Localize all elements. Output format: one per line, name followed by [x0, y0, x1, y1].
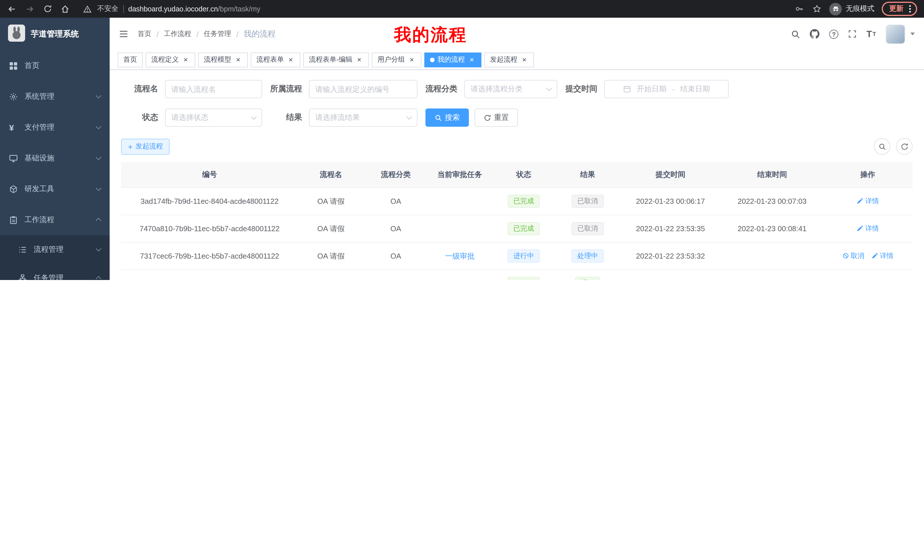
- clipboard-icon: [9, 216, 18, 224]
- result-tag: 已取消: [572, 222, 604, 235]
- close-icon[interactable]: [468, 55, 476, 64]
- refresh-table-button[interactable]: [896, 138, 913, 155]
- header-actions: 操作: [823, 162, 913, 187]
- cell-end-time: 2022-01-23 00:08:41: [721, 215, 823, 242]
- category-select[interactable]: 请选择流程分类: [464, 80, 557, 98]
- cell-actions: 取消 详情: [823, 242, 913, 270]
- sidebar-item-process-mgmt[interactable]: 流程管理: [0, 235, 110, 264]
- github-icon[interactable]: [810, 29, 819, 39]
- back-icon[interactable]: [7, 4, 17, 14]
- view-tab[interactable]: 流程定义: [146, 52, 195, 67]
- detail-action[interactable]: 详情: [856, 279, 879, 280]
- category-label: 流程分类: [426, 84, 458, 94]
- header-result: 结果: [556, 162, 620, 187]
- avatar[interactable]: [886, 24, 905, 44]
- address-bar[interactable]: 不安全 dashboard.yudao.iocoder.cn/bpm/task/…: [82, 4, 260, 14]
- process-name-label: 流程名: [121, 84, 158, 94]
- bookmark-star-icon[interactable]: [812, 4, 822, 14]
- sidebar-item-task-mgmt[interactable]: 任务管理: [0, 264, 110, 280]
- view-tab[interactable]: 用户分组: [372, 52, 422, 67]
- breadcrumb-workflow[interactable]: 工作流程: [164, 29, 191, 39]
- submit-time-range-picker[interactable]: 开始日期 - 结束日期: [604, 80, 729, 98]
- date-range-separator: -: [672, 85, 675, 93]
- breadcrumb-home[interactable]: 首页: [138, 29, 152, 39]
- active-dot: [430, 57, 435, 62]
- chevron-down-icon: [96, 188, 100, 190]
- close-icon[interactable]: [234, 55, 242, 64]
- task-link[interactable]: 一级审批: [445, 251, 475, 261]
- cell-id: 7470a810-7b9b-11ec-b5b7-acde48001122: [121, 215, 298, 242]
- help-icon[interactable]: [829, 29, 838, 39]
- view-tab[interactable]: 流程表单: [251, 52, 300, 67]
- incognito-badge: 无痕模式: [829, 3, 874, 15]
- sidebar-item-devtools[interactable]: 研发工具: [0, 174, 110, 204]
- menu-collapse-icon[interactable]: [119, 29, 129, 39]
- plus-icon: [128, 142, 132, 151]
- close-icon[interactable]: [286, 55, 295, 64]
- breadcrumb-task-mgmt[interactable]: 任务管理: [204, 29, 231, 39]
- detail-action[interactable]: 详情: [856, 224, 879, 234]
- sidebar-item-workflow[interactable]: 工作流程: [0, 204, 110, 235]
- result-label: 结果: [270, 112, 302, 123]
- process-def-input[interactable]: [309, 80, 417, 98]
- table-row: 2152467e-7b9b-11ec-9a1b-acde48001122 OA …: [121, 270, 913, 280]
- tags-view-bar: 首页 流程定义 流程模型 流程表单: [110, 50, 924, 70]
- header-submit-time: 提交时间: [620, 162, 721, 187]
- close-icon[interactable]: [182, 55, 190, 64]
- update-button[interactable]: 更新: [882, 2, 917, 16]
- cell-actions: 取消 详情: [823, 270, 913, 280]
- result-select[interactable]: 请选择流结果: [309, 108, 417, 127]
- browser-menu-icon[interactable]: [909, 8, 911, 10]
- header-status: 状态: [492, 162, 556, 187]
- status-tag: 已完成: [508, 277, 540, 280]
- detail-action[interactable]: 详情: [856, 196, 879, 206]
- process-table: 编号 流程名 流程分类 当前审批任务 状态 结果 提交时间 结束时间 操作: [121, 162, 913, 280]
- sidebar-item-home[interactable]: 首页: [0, 50, 110, 81]
- view-tab[interactable]: 我的流程: [424, 52, 482, 67]
- monitor-icon: [9, 154, 18, 162]
- cell-category: OA: [364, 270, 428, 280]
- header-category: 流程分类: [364, 162, 428, 187]
- main-area: 首页 / 工作流程 / 任务管理 / 我的流程 我的流程: [110, 18, 924, 280]
- sidebar-item-infra[interactable]: 基础设施: [0, 143, 110, 174]
- view-tab[interactable]: 流程表单-编辑: [303, 52, 369, 67]
- process-name-input[interactable]: [165, 80, 262, 98]
- view-tab[interactable]: 流程模型: [198, 52, 248, 67]
- fullscreen-icon[interactable]: [848, 30, 856, 38]
- navbar: 首页 / 工作流程 / 任务管理 / 我的流程 我的流程: [110, 18, 924, 50]
- toggle-search-button[interactable]: [874, 138, 890, 155]
- breadcrumb: 首页 / 工作流程 / 任务管理 / 我的流程: [138, 29, 276, 39]
- chevron-up-icon: [96, 275, 100, 280]
- cell-result: 已取消: [556, 215, 620, 242]
- forward-icon[interactable]: [24, 4, 35, 14]
- chevron-down-icon: [96, 157, 100, 159]
- key-icon[interactable]: [794, 4, 804, 14]
- cancel-action[interactable]: 取消: [842, 251, 864, 261]
- cell-name: OA 请假: [298, 215, 364, 242]
- detail-action[interactable]: 详情: [871, 251, 894, 261]
- sidebar-item-system[interactable]: 系统管理: [0, 81, 110, 112]
- view-tab[interactable]: 首页: [118, 52, 143, 67]
- sidebar-item-payment[interactable]: ¥ 支付管理: [0, 112, 110, 143]
- close-icon[interactable]: [408, 55, 416, 64]
- create-process-button[interactable]: 发起流程: [121, 138, 170, 154]
- home-icon[interactable]: [60, 4, 70, 14]
- security-label: 不安全: [97, 4, 118, 14]
- close-icon[interactable]: [520, 55, 528, 64]
- cell-status: 已完成: [492, 270, 556, 280]
- status-tag: 进行中: [508, 250, 540, 263]
- font-size-icon[interactable]: [866, 29, 876, 39]
- chevron-down-icon[interactable]: [910, 33, 915, 35]
- start-date-placeholder: 开始日期: [637, 84, 666, 94]
- status-select[interactable]: 请选择状态: [165, 108, 262, 127]
- search-button[interactable]: 搜索: [426, 108, 469, 127]
- reload-icon[interactable]: [42, 4, 52, 14]
- address-divider: [123, 5, 124, 13]
- dashboard-icon: [9, 61, 18, 70]
- yen-icon: ¥: [9, 123, 18, 132]
- reset-button[interactable]: 重置: [475, 108, 518, 127]
- search-icon[interactable]: [791, 29, 800, 39]
- close-icon[interactable]: [355, 55, 363, 64]
- chevron-down-icon: [96, 248, 100, 251]
- view-tab[interactable]: 发起流程: [484, 52, 534, 67]
